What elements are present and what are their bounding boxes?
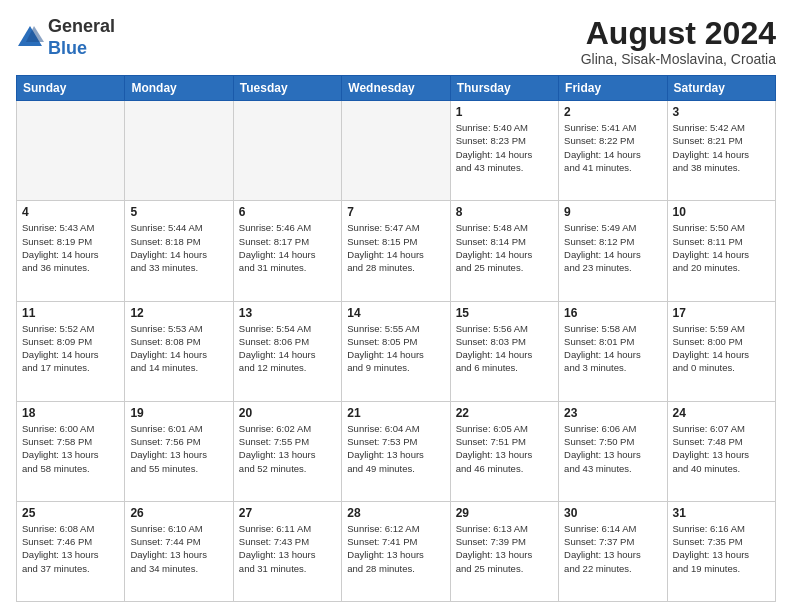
day-info: Sunrise: 6:01 AM Sunset: 7:56 PM Dayligh…	[130, 422, 227, 475]
day-number: 6	[239, 205, 336, 219]
calendar-cell: 25Sunrise: 6:08 AM Sunset: 7:46 PM Dayli…	[17, 501, 125, 601]
calendar-cell: 12Sunrise: 5:53 AM Sunset: 8:08 PM Dayli…	[125, 301, 233, 401]
calendar-cell: 24Sunrise: 6:07 AM Sunset: 7:48 PM Dayli…	[667, 401, 775, 501]
title-block: August 2024 Glina, Sisak-Moslavina, Croa…	[581, 16, 776, 67]
day-info: Sunrise: 5:54 AM Sunset: 8:06 PM Dayligh…	[239, 322, 336, 375]
calendar-cell: 7Sunrise: 5:47 AM Sunset: 8:15 PM Daylig…	[342, 201, 450, 301]
day-info: Sunrise: 6:14 AM Sunset: 7:37 PM Dayligh…	[564, 522, 661, 575]
day-number: 29	[456, 506, 553, 520]
day-number: 12	[130, 306, 227, 320]
day-number: 1	[456, 105, 553, 119]
day-info: Sunrise: 6:13 AM Sunset: 7:39 PM Dayligh…	[456, 522, 553, 575]
day-number: 4	[22, 205, 119, 219]
day-info: Sunrise: 6:00 AM Sunset: 7:58 PM Dayligh…	[22, 422, 119, 475]
day-info: Sunrise: 5:41 AM Sunset: 8:22 PM Dayligh…	[564, 121, 661, 174]
day-number: 9	[564, 205, 661, 219]
page: General Blue August 2024 Glina, Sisak-Mo…	[0, 0, 792, 612]
day-info: Sunrise: 5:44 AM Sunset: 8:18 PM Dayligh…	[130, 221, 227, 274]
day-info: Sunrise: 5:56 AM Sunset: 8:03 PM Dayligh…	[456, 322, 553, 375]
day-info: Sunrise: 5:52 AM Sunset: 8:09 PM Dayligh…	[22, 322, 119, 375]
day-number: 30	[564, 506, 661, 520]
logo-blue: Blue	[48, 38, 87, 58]
calendar-cell: 11Sunrise: 5:52 AM Sunset: 8:09 PM Dayli…	[17, 301, 125, 401]
calendar-cell: 13Sunrise: 5:54 AM Sunset: 8:06 PM Dayli…	[233, 301, 341, 401]
calendar-cell: 19Sunrise: 6:01 AM Sunset: 7:56 PM Dayli…	[125, 401, 233, 501]
col-friday: Friday	[559, 76, 667, 101]
day-info: Sunrise: 5:43 AM Sunset: 8:19 PM Dayligh…	[22, 221, 119, 274]
day-number: 20	[239, 406, 336, 420]
col-wednesday: Wednesday	[342, 76, 450, 101]
col-saturday: Saturday	[667, 76, 775, 101]
calendar-cell	[233, 101, 341, 201]
day-number: 26	[130, 506, 227, 520]
day-info: Sunrise: 5:50 AM Sunset: 8:11 PM Dayligh…	[673, 221, 770, 274]
day-info: Sunrise: 6:02 AM Sunset: 7:55 PM Dayligh…	[239, 422, 336, 475]
calendar-cell: 6Sunrise: 5:46 AM Sunset: 8:17 PM Daylig…	[233, 201, 341, 301]
calendar-cell: 26Sunrise: 6:10 AM Sunset: 7:44 PM Dayli…	[125, 501, 233, 601]
calendar-cell: 27Sunrise: 6:11 AM Sunset: 7:43 PM Dayli…	[233, 501, 341, 601]
day-number: 14	[347, 306, 444, 320]
calendar-cell: 28Sunrise: 6:12 AM Sunset: 7:41 PM Dayli…	[342, 501, 450, 601]
calendar-cell: 5Sunrise: 5:44 AM Sunset: 8:18 PM Daylig…	[125, 201, 233, 301]
day-number: 31	[673, 506, 770, 520]
calendar-cell: 14Sunrise: 5:55 AM Sunset: 8:05 PM Dayli…	[342, 301, 450, 401]
week-row-5: 25Sunrise: 6:08 AM Sunset: 7:46 PM Dayli…	[17, 501, 776, 601]
day-number: 24	[673, 406, 770, 420]
calendar-cell: 29Sunrise: 6:13 AM Sunset: 7:39 PM Dayli…	[450, 501, 558, 601]
week-row-4: 18Sunrise: 6:00 AM Sunset: 7:58 PM Dayli…	[17, 401, 776, 501]
day-number: 2	[564, 105, 661, 119]
col-tuesday: Tuesday	[233, 76, 341, 101]
day-number: 19	[130, 406, 227, 420]
day-info: Sunrise: 5:58 AM Sunset: 8:01 PM Dayligh…	[564, 322, 661, 375]
logo-general: General	[48, 16, 115, 36]
day-number: 23	[564, 406, 661, 420]
day-info: Sunrise: 6:05 AM Sunset: 7:51 PM Dayligh…	[456, 422, 553, 475]
calendar-cell: 23Sunrise: 6:06 AM Sunset: 7:50 PM Dayli…	[559, 401, 667, 501]
calendar-cell: 22Sunrise: 6:05 AM Sunset: 7:51 PM Dayli…	[450, 401, 558, 501]
month-year: August 2024	[581, 16, 776, 51]
calendar-cell: 9Sunrise: 5:49 AM Sunset: 8:12 PM Daylig…	[559, 201, 667, 301]
day-info: Sunrise: 5:40 AM Sunset: 8:23 PM Dayligh…	[456, 121, 553, 174]
calendar-cell: 16Sunrise: 5:58 AM Sunset: 8:01 PM Dayli…	[559, 301, 667, 401]
day-number: 21	[347, 406, 444, 420]
header: General Blue August 2024 Glina, Sisak-Mo…	[16, 16, 776, 67]
day-number: 8	[456, 205, 553, 219]
day-number: 27	[239, 506, 336, 520]
logo: General Blue	[16, 16, 115, 59]
calendar-cell: 2Sunrise: 5:41 AM Sunset: 8:22 PM Daylig…	[559, 101, 667, 201]
day-info: Sunrise: 5:49 AM Sunset: 8:12 PM Dayligh…	[564, 221, 661, 274]
day-info: Sunrise: 6:11 AM Sunset: 7:43 PM Dayligh…	[239, 522, 336, 575]
logo-icon	[16, 24, 44, 52]
day-info: Sunrise: 6:04 AM Sunset: 7:53 PM Dayligh…	[347, 422, 444, 475]
day-info: Sunrise: 5:53 AM Sunset: 8:08 PM Dayligh…	[130, 322, 227, 375]
calendar-cell	[17, 101, 125, 201]
calendar-table: Sunday Monday Tuesday Wednesday Thursday…	[16, 75, 776, 602]
week-row-3: 11Sunrise: 5:52 AM Sunset: 8:09 PM Dayli…	[17, 301, 776, 401]
day-info: Sunrise: 5:42 AM Sunset: 8:21 PM Dayligh…	[673, 121, 770, 174]
day-number: 11	[22, 306, 119, 320]
day-info: Sunrise: 5:48 AM Sunset: 8:14 PM Dayligh…	[456, 221, 553, 274]
logo-text: General Blue	[48, 16, 115, 59]
calendar-cell: 1Sunrise: 5:40 AM Sunset: 8:23 PM Daylig…	[450, 101, 558, 201]
day-number: 3	[673, 105, 770, 119]
day-info: Sunrise: 5:59 AM Sunset: 8:00 PM Dayligh…	[673, 322, 770, 375]
col-sunday: Sunday	[17, 76, 125, 101]
day-info: Sunrise: 5:55 AM Sunset: 8:05 PM Dayligh…	[347, 322, 444, 375]
day-info: Sunrise: 5:47 AM Sunset: 8:15 PM Dayligh…	[347, 221, 444, 274]
calendar-cell: 4Sunrise: 5:43 AM Sunset: 8:19 PM Daylig…	[17, 201, 125, 301]
day-number: 22	[456, 406, 553, 420]
day-info: Sunrise: 6:06 AM Sunset: 7:50 PM Dayligh…	[564, 422, 661, 475]
day-number: 5	[130, 205, 227, 219]
day-info: Sunrise: 5:46 AM Sunset: 8:17 PM Dayligh…	[239, 221, 336, 274]
calendar-header-row: Sunday Monday Tuesday Wednesday Thursday…	[17, 76, 776, 101]
day-info: Sunrise: 6:08 AM Sunset: 7:46 PM Dayligh…	[22, 522, 119, 575]
week-row-2: 4Sunrise: 5:43 AM Sunset: 8:19 PM Daylig…	[17, 201, 776, 301]
day-info: Sunrise: 6:07 AM Sunset: 7:48 PM Dayligh…	[673, 422, 770, 475]
day-number: 10	[673, 205, 770, 219]
week-row-1: 1Sunrise: 5:40 AM Sunset: 8:23 PM Daylig…	[17, 101, 776, 201]
calendar-cell: 30Sunrise: 6:14 AM Sunset: 7:37 PM Dayli…	[559, 501, 667, 601]
calendar-cell: 10Sunrise: 5:50 AM Sunset: 8:11 PM Dayli…	[667, 201, 775, 301]
calendar-cell: 21Sunrise: 6:04 AM Sunset: 7:53 PM Dayli…	[342, 401, 450, 501]
day-number: 25	[22, 506, 119, 520]
day-info: Sunrise: 6:10 AM Sunset: 7:44 PM Dayligh…	[130, 522, 227, 575]
